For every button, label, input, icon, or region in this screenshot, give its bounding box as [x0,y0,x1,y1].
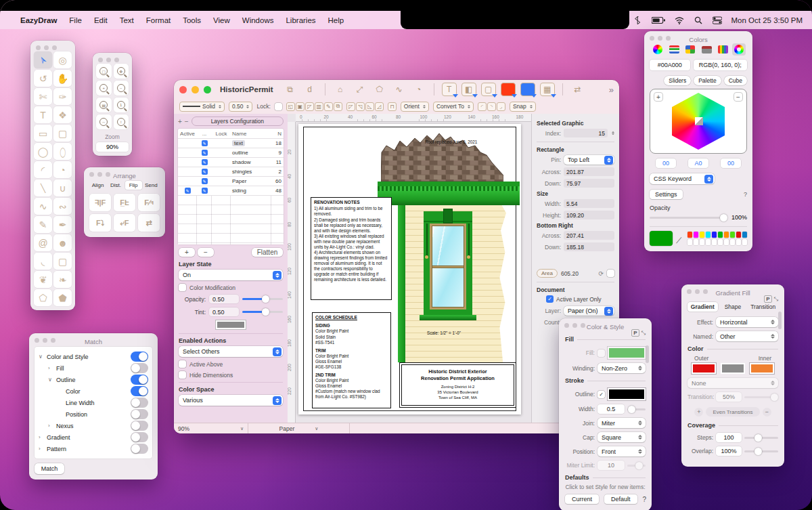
pin-dropdown[interactable]: Top Left [564,155,614,165]
match-toggle[interactable] [131,398,148,408]
color-bars-mode[interactable] [716,43,729,56]
color-swatch[interactable] [736,239,741,245]
transform-arrows-icon[interactable]: ⤢ [353,83,367,96]
renovation-notes-box[interactable]: RENOVATION NOTES 1) All aluminum siding … [311,197,392,300]
color-crayons-mode[interactable] [732,43,746,56]
layer-active-checkbox[interactable]: ✎ [185,188,191,194]
battery-icon[interactable] [652,16,665,24]
tool-button[interactable]: ◜ [34,161,52,178]
arrange-tab[interactable]: Dist. [107,181,124,190]
tool-button[interactable]: @ [34,234,52,251]
steps-slider[interactable] [744,437,778,439]
tool-button[interactable]: ∿ [34,198,52,215]
color-swatch[interactable] [718,239,723,245]
zoom-tool-button[interactable]: ✥ [114,64,129,79]
round-corner-button[interactable]: ◝ [487,102,496,111]
line-style-dropdown[interactable]: Solid [179,102,225,112]
width-field[interactable]: 5.54 [564,199,614,208]
cornice-trim[interactable] [378,182,520,205]
transition-field[interactable]: 50% [716,392,742,402]
align-panel-icon[interactable]: ⬚ [520,83,535,96]
match-toggle[interactable] [131,386,148,396]
orient-dropdown[interactable]: Orient [401,102,429,112]
match-toggle[interactable] [131,352,148,362]
index-stepper[interactable] [612,131,614,135]
star-polygon-icon[interactable]: ⬠ [372,83,387,96]
add-layer-button[interactable]: + [179,248,195,257]
layer-row[interactable]: ✎ ✎ text 18 [178,139,284,148]
hide-dimensions-checkbox[interactable] [179,371,186,379]
match-toggle[interactable] [131,363,148,373]
lock-checkbox[interactable] [275,103,282,110]
close-button[interactable] [179,86,187,93]
color-swatch[interactable] [742,239,747,245]
tint-field[interactable]: 0.50 [209,307,239,316]
tool-button[interactable]: ▭ [34,125,52,142]
zoom-tool-button[interactable]: − [114,81,129,95]
color-swatch[interactable] [730,239,735,245]
rotate-right-button[interactable]: F⤵ [89,214,111,232]
style-segment-button[interactable]: ⧉ [334,102,342,111]
match-toggle[interactable] [131,444,148,454]
cube-zoom-in-button[interactable]: + [654,92,663,102]
down-field[interactable]: 75.97 [564,179,614,188]
flip-vertical-button[interactable]: F̲F [114,194,135,211]
settings-button[interactable]: Settings [650,190,683,199]
menu-clock[interactable]: Mon Oct 25 3:50 PM [731,16,803,24]
controls-switch-icon[interactable]: ⇄ [570,83,585,96]
tool-button[interactable]: ⬠ [34,289,52,306]
menu-item[interactable]: Help [328,16,344,24]
scrollbar[interactable] [646,345,649,363]
miter-limit-field[interactable]: 10 [597,461,625,470]
color-swatch[interactable] [706,232,710,238]
menu-item[interactable]: Edit [94,16,108,24]
panel-pin-badge[interactable]: P [764,295,771,303]
current-button[interactable]: Current [565,494,599,504]
menu-item[interactable]: Libraries [286,16,315,24]
cap-dropdown[interactable]: Square [597,432,646,442]
title-block[interactable]: Historic District ExteriorRenovation Per… [399,362,516,408]
layer-name[interactable]: outline [231,150,271,156]
house-window[interactable] [424,211,472,315]
zoom-tool-button[interactable]: 1 [114,98,129,112]
scale-note[interactable]: Scale: 1/2" = 1'-0" [400,331,488,336]
tool-button[interactable]: ◎ [53,51,72,68]
canvas-zoom-dropdown[interactable]: 90%∨ [174,423,248,433]
cube-zoom-out-button[interactable]: − [734,92,743,102]
layer-row[interactable]: ✎ ✎ shingles 2 [178,167,284,177]
corner-segment-button[interactable]: ◹ [356,102,365,111]
tool-button[interactable]: ∾ [53,198,72,215]
overlap-slider[interactable] [744,450,778,452]
color-space-dropdown[interactable]: Various [179,395,283,406]
tool-button[interactable]: ∪ [53,179,72,196]
roof-note[interactable]: Roof replaced June 6, 2021 [425,140,506,145]
color-swatch[interactable] [724,232,729,238]
zoom-button[interactable] [204,86,211,93]
disclosure-icon[interactable]: › [39,434,47,440]
fill-style-icon[interactable]: ◧ [461,83,476,96]
arrange-tab[interactable]: Align [89,181,106,190]
text-style-icon[interactable]: T [442,83,457,96]
disclosure-icon[interactable]: › [39,446,47,452]
layer-state-dropdown[interactable]: On [179,270,283,280]
style-segment-button[interactable]: ◱ [286,102,295,111]
effect-dropdown[interactable]: Horizontal [716,317,778,327]
layer-visible-checkbox[interactable]: ✎ [202,140,208,146]
layer-name[interactable]: shingles [231,169,271,175]
help-icon[interactable]: ? [643,496,647,503]
height-field[interactable]: 109.20 [564,211,614,219]
graph-icon[interactable]: ∿ [392,83,407,96]
opacity-slider[interactable] [242,298,283,300]
zoom-tool-button[interactable]: ↕ [114,114,129,129]
canvas-layer-dropdown[interactable]: Paper∨ [248,423,350,433]
tool-button[interactable]: ❦ [34,271,52,288]
layer-row[interactable]: ✎ ✎ shadow 11 [178,158,284,167]
fill-checkbox[interactable] [597,349,605,357]
color-image-mode[interactable] [700,43,713,56]
layer-name[interactable]: siding [231,188,271,194]
position-dropdown[interactable]: Front [597,446,646,456]
layer-visible-checkbox[interactable]: ✎ [202,178,208,184]
flatten-button[interactable]: Flatten [252,248,283,257]
even-transitions-button[interactable]: Even Transitions [706,407,759,417]
even-plus-button[interactable]: − [763,408,771,417]
